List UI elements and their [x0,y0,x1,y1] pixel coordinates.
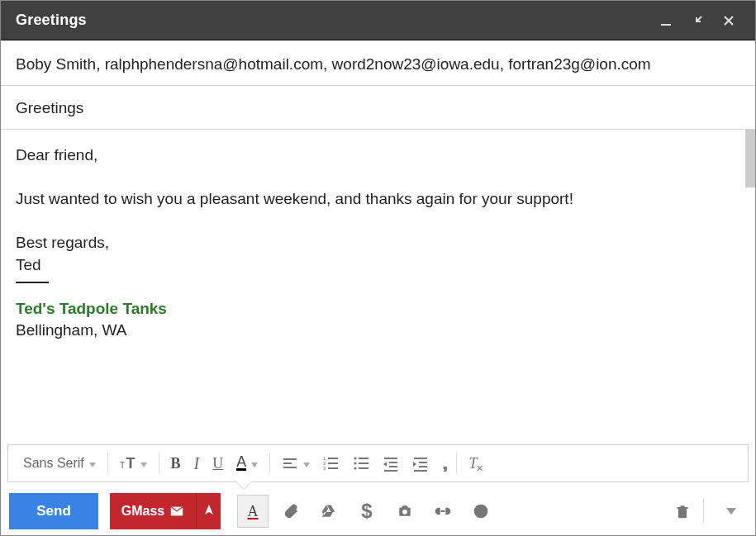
svg-text:3: 3 [323,466,326,471]
subject-text: Greetings [16,99,83,116]
send-button[interactable]: Send [9,493,98,529]
message-body[interactable]: Dear friend, Just wanted to wish you a p… [1,130,755,444]
text-color-icon: A [236,456,246,471]
underline-button[interactable]: U [206,448,230,478]
insert-emoji-button[interactable] [465,495,497,528]
camera-icon [397,503,413,519]
signature-separator [16,282,49,283]
gmass-arrow-icon [204,505,214,518]
svg-point-5 [354,462,357,464]
signature-location: Bellingham, WA [16,320,740,342]
separator [703,499,704,524]
toggle-formatting-button[interactable]: A [237,495,269,528]
bottom-toolbar: Send GMass A $ [1,487,755,535]
formatting-toolbar: Sans Serif TT B I U A 123 [7,444,749,482]
align-button[interactable] [275,448,316,478]
svg-point-10 [483,510,484,511]
window-title: Greetings [16,12,646,29]
numbered-list-button[interactable]: 123 [316,448,346,478]
quote-button[interactable]: ,, [435,448,451,478]
gmass-envelope-icon [169,504,184,519]
separator [269,453,270,474]
recipients-text: Boby Smith, ralphphendersna@hotmail.com,… [16,55,651,73]
compose-window: Greetings Boby Smith, ralphphendersna@ho… [1,1,755,535]
separator [456,453,457,474]
minimize-button[interactable] [654,9,678,32]
insert-money-button[interactable]: $ [351,495,383,528]
gmass-group: GMass [110,493,221,529]
recipients-field[interactable]: Boby Smith, ralphphendersna@hotmail.com,… [1,40,755,86]
svg-point-6 [354,467,357,469]
chevron-down-icon [303,456,310,471]
indent-less-button[interactable] [376,448,406,478]
signature-company: Ted's Tadpole Tanks [16,298,740,320]
numbered-list-icon: 123 [323,455,340,472]
title-bar: Greetings [1,1,755,40]
quote-icon: ,, [442,454,445,473]
bold-button[interactable]: B [164,448,188,478]
separator [159,453,159,474]
bullet-list-icon [353,455,369,472]
svg-rect-0 [661,24,671,26]
align-left-icon [282,455,298,472]
text-color-button[interactable]: A [230,448,264,478]
separator [107,453,108,474]
trash-icon [674,503,691,519]
more-options-button[interactable] [716,495,747,528]
remove-formatting-button[interactable]: T✕ [462,448,483,478]
chevron-down-icon [726,508,736,515]
body-line: Ted [16,254,740,277]
scrollbar[interactable] [745,130,755,187]
font-size-icon: TT [120,455,136,472]
discard-draft-button[interactable] [667,495,698,528]
indent-more-button[interactable] [406,448,435,478]
indent-less-icon [383,455,399,472]
paperclip-icon [283,503,299,519]
subject-field[interactable]: Greetings [1,86,755,130]
indent-more-icon [412,455,429,472]
bullet-list-button[interactable] [346,448,376,478]
gmass-label: GMass [121,504,164,519]
chevron-down-icon [140,456,147,471]
svg-point-4 [354,457,357,459]
chevron-down-icon [89,456,96,471]
gmass-button[interactable]: GMass [110,493,196,529]
insert-link-button[interactable] [427,495,459,528]
close-button[interactable] [717,9,740,32]
attach-file-button[interactable] [275,495,307,528]
font-family-select[interactable]: Sans Serif [17,448,102,478]
remove-format-icon: T✕ [468,455,477,472]
font-family-label: Sans Serif [23,456,84,471]
italic-button[interactable]: I [188,448,207,478]
body-line: Best regards, [16,232,740,254]
body-line: Dear friend, [16,145,740,167]
svg-point-7 [402,510,407,515]
body-line: Just wanted to wish you a pleasant weeke… [16,188,740,211]
insert-photo-button[interactable] [389,495,421,528]
chevron-down-icon [251,456,258,471]
svg-point-9 [478,510,480,511]
smiley-icon [473,503,489,519]
pop-in-icon[interactable] [686,9,709,32]
format-a-icon: A [248,503,259,520]
svg-point-8 [475,505,487,518]
insert-drive-button[interactable] [313,495,345,528]
gmass-dropdown[interactable] [196,493,221,529]
drive-icon [321,503,337,519]
toolbar-notch [235,481,252,489]
link-icon [435,503,451,519]
font-size-select[interactable]: TT [113,448,154,478]
